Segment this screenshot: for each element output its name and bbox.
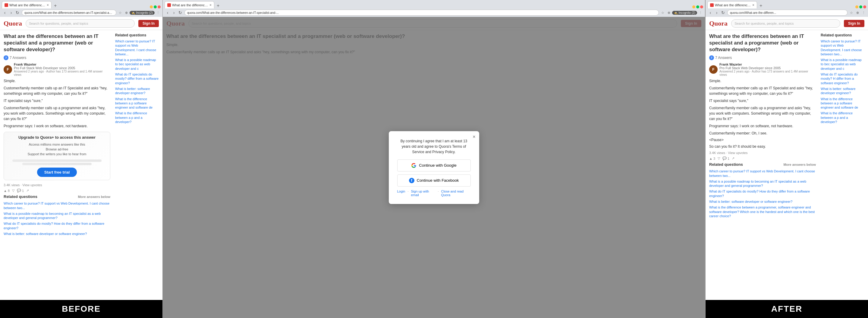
middle-new-tab-button[interactable]: + <box>215 3 221 8</box>
middle-tab-close-icon[interactable]: × <box>210 3 212 7</box>
middle-menu-icon[interactable]: ⋮ <box>698 11 703 15</box>
right-related-link-5[interactable]: What is the difference between a program… <box>709 205 816 218</box>
middle-browser-chrome: What are the differences betwe... × + ‹ … <box>163 0 705 17</box>
left-bookmark-icon[interactable]: ☆ <box>118 11 123 15</box>
left-related-link-2[interactable]: What is a possible roadmap to becoming a… <box>4 212 110 220</box>
right-related-link-1[interactable]: Which career to pursue? IT support vs We… <box>709 169 816 178</box>
left-free-trial-button[interactable]: Start free trial <box>37 168 77 177</box>
right-forward-button[interactable]: › <box>714 10 720 15</box>
left-minimize-button[interactable] <box>150 5 153 8</box>
right-answer-count-text: 7 Answers <box>715 56 732 60</box>
right-upvote-button[interactable]: ▲ 3 <box>709 157 715 161</box>
left-upvote-button[interactable]: ▲ 8 <box>4 189 10 192</box>
right-new-tab-button[interactable]: + <box>758 3 764 8</box>
left-author-title: Pro Full Stack Web Developer since 2005 <box>14 66 110 70</box>
left-share-button[interactable]: ↗ <box>26 189 29 192</box>
modal-footer-sep1: · <box>407 189 408 197</box>
right-answer-customer2: Customer/family member: Oh, I see. <box>709 131 816 136</box>
left-downvote-button[interactable]: ▽ <box>12 189 14 192</box>
right-more-answers: More answers below <box>783 163 816 166</box>
left-incognito-label: Incognito (2) <box>136 11 153 14</box>
right-url-text: quora.com/What-are-the-differen... <box>730 11 776 14</box>
left-sidebar-link-5[interactable]: What is the difference between a p softw… <box>115 97 159 110</box>
right-related-link-2[interactable]: What is a possible roadmap to becoming a… <box>709 179 816 188</box>
right-tab-close-icon[interactable]: × <box>752 3 754 7</box>
right-bookmark-icon[interactable]: ☆ <box>849 11 854 15</box>
left-sidebar-link-3[interactable]: What do IT specialists do mostly? differ… <box>115 72 159 85</box>
right-sidebar-link-1[interactable]: Which career to pursue? IT support vs We… <box>821 39 864 56</box>
middle-bookmark-icon[interactable]: ☆ <box>660 11 665 15</box>
right-related-link-4[interactable]: What is better: software developer or so… <box>709 200 816 204</box>
right-quora-page: Quora Search for questions, people, and … <box>706 17 868 318</box>
left-comment-icon: 💬 <box>17 189 21 192</box>
modal-close-read-link[interactable]: Close and read Quora <box>441 189 470 197</box>
facebook-login-button[interactable]: f Continue with Facebook <box>397 175 471 186</box>
left-answer-p2: IT specialist says "sure," <box>4 98 110 104</box>
left-url-bar[interactable]: quora.com/What-are-the-differences-betwe… <box>22 10 116 15</box>
left-related-link-1[interactable]: Which career to pursue? IT support vs We… <box>4 201 110 210</box>
right-sidebar-link-2[interactable]: What is a possible roadmap to bec specia… <box>821 58 864 71</box>
left-close-button[interactable] <box>158 5 161 8</box>
middle-close-button[interactable] <box>700 5 703 8</box>
right-search-box[interactable]: Search for questions, people, and topics <box>731 19 840 28</box>
middle-extension-icon[interactable]: ⊕ <box>666 11 672 15</box>
left-tab-title: What are the differences betwe... <box>9 3 45 7</box>
right-comment-button[interactable]: 💬 1 <box>722 156 730 161</box>
left-extension-icon[interactable]: ⊕ <box>124 11 129 15</box>
right-quora-main: What are the differences between an IT s… <box>706 30 868 318</box>
middle-maximize-button[interactable] <box>696 5 699 8</box>
left-view-stats: 3.4K views · View upvotes <box>4 183 110 187</box>
right-menu-icon[interactable]: ⋮ <box>861 11 866 15</box>
left-sidebar-link-1[interactable]: Which career to pursue? IT support vs We… <box>115 39 159 56</box>
right-sidebar-link-3[interactable]: What do IT specialists do mostly? H diff… <box>821 72 864 85</box>
right-author-name: Frank Wazeter <box>719 63 816 66</box>
modal-login-link[interactable]: Login <box>397 189 405 197</box>
right-close-button[interactable] <box>863 5 866 8</box>
right-share-button[interactable]: ↗ <box>732 156 735 161</box>
middle-reload-button[interactable]: ↻ <box>177 10 183 15</box>
middle-url-bar[interactable]: quora.com/What-are-the-differences-betwe… <box>184 10 659 15</box>
left-address-bar: ‹ › ↻ quora.com/What-are-the-differences… <box>0 8 162 17</box>
middle-minimize-button[interactable] <box>692 5 695 8</box>
right-maximize-button[interactable] <box>859 5 862 8</box>
right-sidebar-link-4[interactable]: What is better: software developer engin… <box>821 86 864 95</box>
left-sidebar-link-2[interactable]: What is a possible roadmap to bec specia… <box>115 58 159 71</box>
right-url-bar[interactable]: quora.com/What-are-the-differen... <box>727 10 847 15</box>
left-forward-button[interactable]: › <box>8 10 14 15</box>
modal-close-button[interactable]: × <box>472 134 475 140</box>
left-active-tab[interactable]: What are the differences betwe... × <box>2 1 52 8</box>
right-browser-chrome: What are the differences betwen... × + ‹… <box>706 0 868 17</box>
left-related-link-3[interactable]: What do IT specialists do mostly? How do… <box>4 221 110 230</box>
left-search-box[interactable]: Search for questions, people, and topics <box>26 19 135 28</box>
google-login-button[interactable]: Continue with Google <box>397 160 471 172</box>
left-sidebar-link-4[interactable]: What is better: software developer engin… <box>115 86 159 95</box>
right-back-button[interactable]: ‹ <box>707 10 713 15</box>
left-reload-button[interactable]: ↻ <box>14 10 21 15</box>
left-related-link-4[interactable]: What is better: software developer or so… <box>4 232 110 236</box>
left-upgrade-title: Upgrade to Quora+ to access this answer <box>7 135 106 140</box>
right-minimize-button[interactable] <box>855 5 858 8</box>
left-maximize-button[interactable] <box>154 5 157 8</box>
right-related-link-3[interactable]: What do IT specialists do mostly? How do… <box>709 189 816 198</box>
left-menu-icon[interactable]: ⋮ <box>155 11 161 15</box>
middle-active-tab[interactable]: What are the differences betwe... × <box>164 1 214 8</box>
left-signin-button[interactable]: Sign In <box>138 20 159 27</box>
left-back-button[interactable]: ‹ <box>2 10 8 15</box>
middle-back-button[interactable]: ‹ <box>164 10 170 15</box>
middle-forward-button[interactable]: › <box>171 10 177 15</box>
right-sidebar-link-5[interactable]: What is the difference between a p softw… <box>821 97 864 110</box>
facebook-icon: f <box>409 178 414 183</box>
left-sidebar-link-6[interactable]: What is the difference between a p and a… <box>115 111 159 124</box>
right-sidebar-link-6[interactable]: What is the difference between a p and a… <box>821 111 864 124</box>
left-new-tab-button[interactable]: + <box>52 3 59 8</box>
left-tab-close-icon[interactable]: × <box>47 3 49 7</box>
right-downvote-button[interactable]: ▽ <box>718 156 720 161</box>
modal-signup-link[interactable]: Sign up with email <box>411 189 435 197</box>
left-comment-button[interactable]: 💬 1 <box>17 189 24 192</box>
right-extension-icon[interactable]: ⊕ <box>855 11 860 15</box>
right-signin-button[interactable]: Sign In <box>844 20 864 27</box>
right-active-tab[interactable]: What are the differences betwen... × <box>707 1 757 8</box>
left-upgrade-item-1: Access millions more answers like this <box>7 142 106 147</box>
right-quora-logo: Quora <box>709 20 727 27</box>
right-reload-button[interactable]: ↻ <box>720 10 726 15</box>
